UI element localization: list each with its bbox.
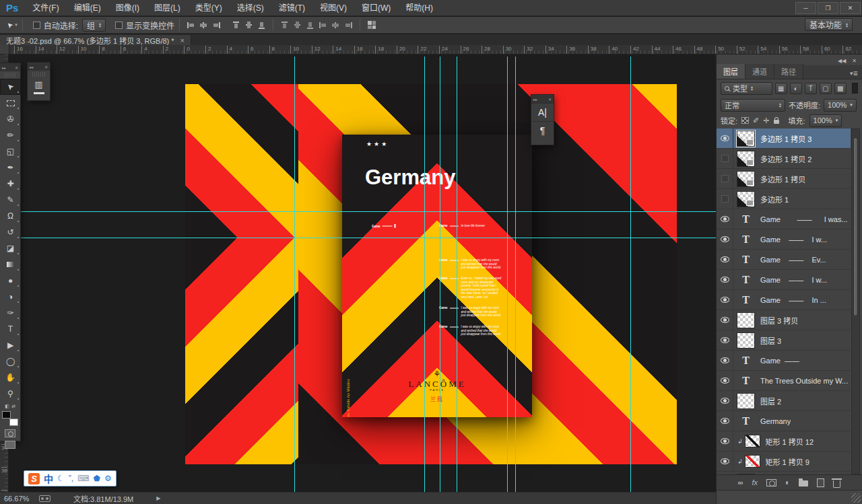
grip[interactable] [32,72,45,77]
scrollbar-thumb[interactable] [853,137,858,316]
layer-thumbnail[interactable] [745,455,760,468]
layer-mask-icon[interactable] [766,479,776,487]
skin-icon[interactable]: ⬟ [93,474,100,483]
visibility-toggle[interactable] [717,229,733,249]
guide-horizontal[interactable] [9,211,716,212]
delete-layer-icon[interactable] [833,480,840,488]
layer-thumbnail[interactable] [737,151,755,167]
path-selection-tool[interactable]: ▶ [0,337,21,353]
align-hcenter-icon[interactable] [199,21,208,30]
menu-item[interactable]: 图层(L) [147,0,188,16]
move-tool[interactable]: ➤ [0,79,21,95]
guide-vertical[interactable] [515,57,516,492]
pen-tool[interactable]: ✑ [0,305,21,321]
menu-item[interactable]: 编辑(E) [67,0,108,16]
sogou-logo[interactable]: S [28,473,40,484]
visibility-toggle[interactable] [717,330,733,350]
filter-pixel-icon[interactable]: ▦ [775,83,787,94]
distribute-top-icon[interactable] [280,21,289,30]
auto-select-dropdown[interactable]: 组▴▾ [82,19,106,32]
auto-select-checkbox[interactable] [33,22,40,29]
filter-type-dropdown[interactable]: 类型▴▾ [721,82,772,95]
layer-row[interactable]: ↲矩形 1 拷贝 12 [717,431,851,452]
quick-selection-tool[interactable]: ✏ [0,127,21,143]
guide-vertical[interactable] [457,57,457,492]
eraser-tool[interactable]: ◪ [0,240,21,256]
close-button[interactable]: ✕ [840,2,861,14]
menu-item[interactable]: 滤镜(T) [271,0,312,16]
fill-dropdown[interactable]: 100%▾ [809,114,842,127]
visibility-toggle[interactable] [717,129,733,148]
visibility-toggle[interactable] [717,391,733,410]
moon-icon[interactable]: ☾ [57,474,65,483]
foreground-color-swatch[interactable] [2,411,11,419]
layer-row[interactable]: TGermany [717,411,851,431]
eyedropper-tool[interactable]: ✒ [0,159,21,176]
layer-row[interactable]: TThe Trees Outside my W... [717,371,851,391]
layer-row[interactable]: 多边形 1 [717,189,851,209]
ime-mode-toggle[interactable]: 中 [44,472,53,485]
layer-thumbnail[interactable]: T [737,211,755,227]
layer-thumbnail[interactable]: T [737,353,755,369]
layer-thumbnail[interactable]: T [737,373,755,389]
distribute-left-icon[interactable] [319,21,327,30]
distribute-right-icon[interactable] [344,21,353,30]
layer-thumbnail[interactable]: T [737,292,755,308]
layer-row[interactable]: TGame —— I was... [717,209,851,229]
filter-type-icon[interactable]: T [805,83,817,94]
close-icon[interactable]: ✕ [15,65,18,70]
distribute-hcenter-icon[interactable] [331,21,340,30]
distribute-vcenter-icon[interactable] [293,21,302,30]
lock-pixels-icon[interactable]: ✐ [753,116,759,125]
tab-paths[interactable]: 路径 [774,64,803,79]
visibility-toggle[interactable] [717,250,733,269]
layer-thumbnail[interactable] [737,312,755,328]
visibility-toggle[interactable] [717,290,733,310]
layer-row[interactable]: 多边形 1 拷贝 [717,169,851,189]
guide-vertical[interactable] [424,57,425,492]
background-color-swatch[interactable] [9,419,18,426]
settings-wrench-icon[interactable]: ⚙ [104,474,112,483]
layer-thumbnail[interactable] [737,393,755,409]
layer-row[interactable]: 图层 2 [717,391,851,411]
layer-row[interactable]: 多边形 1 拷贝 2 [717,149,851,169]
filter-adjustment-icon[interactable]: ◐ [790,83,802,94]
character-panel-icon[interactable]: A| [531,103,554,121]
layer-thumbnail[interactable] [737,332,755,349]
layer-row[interactable]: TGame —— I w... [717,270,851,290]
screen-mode-icon[interactable] [5,441,15,449]
workspace-dropdown[interactable]: 基本功能▴▾ [805,18,853,31]
guide-vertical[interactable] [440,57,440,492]
lock-transparency-icon[interactable] [741,117,749,124]
dodge-tool[interactable]: ◑ [0,289,21,305]
collapse-icon[interactable]: ▸▸ [533,97,537,102]
document-tab[interactable]: 无题3 -02.psd @ 66.7% (多边形 1 拷贝 3, RGB/8) … [0,35,191,46]
collapse-icon[interactable]: ▸▸ [30,65,34,69]
grip[interactable] [5,73,15,77]
quick-mask-icon[interactable] [5,429,15,437]
layer-thumbnail[interactable] [737,191,755,207]
punctuation-icon[interactable]: ”, [69,474,73,483]
layer-row[interactable]: TGame —— [717,351,851,371]
restore-button[interactable]: ❐ [818,2,838,14]
close-icon[interactable]: ✕ [548,97,552,102]
layer-row[interactable]: TGame —— Ev... [717,250,851,270]
menu-item[interactable]: 选择(S) [230,0,271,16]
visibility-toggle[interactable] [717,310,733,330]
lasso-tool[interactable]: ✇ [0,111,21,127]
visibility-toggle[interactable] [717,270,733,289]
layer-thumbnail[interactable]: T [737,413,755,429]
layer-thumbnail[interactable] [745,435,760,447]
align-top-icon[interactable] [232,21,240,30]
close-icon[interactable]: ✕ [44,65,48,69]
minimize-button[interactable]: ─ [795,2,816,14]
layer-thumbnail[interactable]: T [737,231,755,248]
auto-align-icon[interactable] [368,21,376,30]
paragraph-panel-icon[interactable]: ¶ [531,121,554,139]
resize-grip[interactable] [851,493,861,503]
visibility-toggle[interactable] [717,189,733,209]
align-vcenter-icon[interactable] [244,21,253,30]
guide-vertical[interactable] [507,57,508,492]
keyboard-icon[interactable]: ⌨ [77,474,89,483]
scrollbar[interactable] [851,129,860,474]
